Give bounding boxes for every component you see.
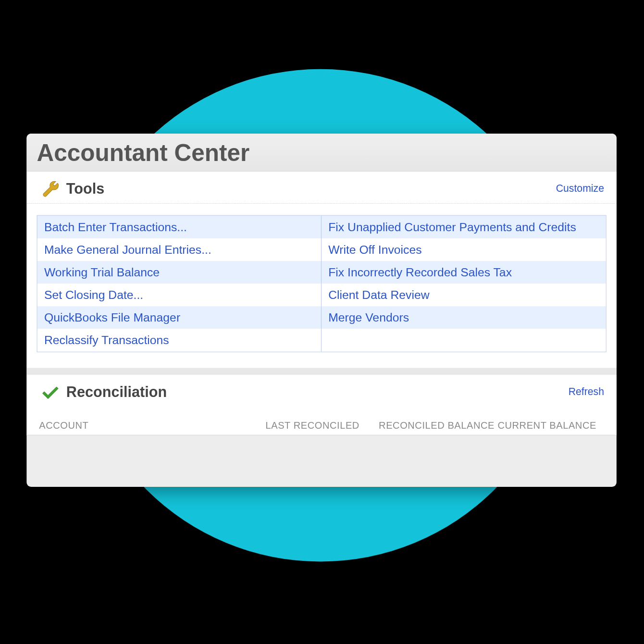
tools-panel-header: Tools Customize bbox=[26, 172, 616, 204]
wrench-icon bbox=[39, 177, 62, 200]
col-reconciled-balance: RECONCILED BALANCE bbox=[379, 420, 497, 432]
reconciliation-title: Reconciliation bbox=[66, 383, 167, 401]
tools-row: QuickBooks File Manager Merge Vendors bbox=[37, 306, 606, 329]
col-account: ACCOUNT bbox=[39, 420, 265, 432]
reconciliation-panel-header: Reconciliation Refresh bbox=[26, 375, 616, 407]
tools-row: Working Trial Balance Fix Incorrectly Re… bbox=[37, 261, 606, 284]
tool-file-manager[interactable]: QuickBooks File Manager bbox=[37, 306, 322, 329]
refresh-link[interactable]: Refresh bbox=[569, 386, 604, 398]
panel-separator bbox=[26, 368, 616, 375]
checkmark-icon bbox=[39, 381, 62, 403]
tool-make-journal-entries[interactable]: Make General Journal Entries... bbox=[37, 238, 322, 261]
tools-title: Tools bbox=[66, 180, 104, 198]
tools-row: Reclassify Transactions bbox=[37, 329, 606, 351]
tools-grid: Batch Enter Transactions... Fix Unapplie… bbox=[37, 215, 607, 352]
reconciliation-panel: Reconciliation Refresh ACCOUNT LAST RECO… bbox=[26, 375, 616, 435]
tools-body: Batch Enter Transactions... Fix Unapplie… bbox=[26, 204, 616, 368]
tool-set-closing-date[interactable]: Set Closing Date... bbox=[37, 284, 322, 306]
tool-write-off-invoices[interactable]: Write Off Invoices bbox=[322, 238, 606, 261]
tools-panel: Tools Customize Batch Enter Transactions… bbox=[26, 172, 616, 368]
tool-merge-vendors[interactable]: Merge Vendors bbox=[322, 306, 606, 329]
window-title: Accountant Center bbox=[26, 134, 616, 172]
accountant-center-window: Accountant Center Tools Customize bbox=[26, 134, 616, 487]
tool-empty-cell bbox=[322, 329, 606, 351]
tool-working-trial-balance[interactable]: Working Trial Balance bbox=[37, 261, 322, 284]
tool-client-data-review[interactable]: Client Data Review bbox=[322, 284, 606, 306]
customize-link[interactable]: Customize bbox=[556, 183, 604, 195]
reconciliation-column-headers: ACCOUNT LAST RECONCILED RECONCILED BALAN… bbox=[26, 407, 616, 435]
tools-row: Set Closing Date... Client Data Review bbox=[37, 284, 606, 306]
tools-row: Batch Enter Transactions... Fix Unapplie… bbox=[37, 216, 606, 238]
tool-batch-enter-transactions[interactable]: Batch Enter Transactions... bbox=[37, 216, 322, 238]
tool-fix-sales-tax[interactable]: Fix Incorrectly Recorded Sales Tax bbox=[322, 261, 606, 284]
tool-reclassify-transactions[interactable]: Reclassify Transactions bbox=[37, 329, 322, 351]
tools-row: Make General Journal Entries... Write Of… bbox=[37, 238, 606, 261]
tool-fix-unapplied-payments[interactable]: Fix Unapplied Customer Payments and Cred… bbox=[322, 216, 606, 238]
col-current-balance: CURRENT BALANCE bbox=[497, 420, 604, 432]
col-last-reconciled: LAST RECONCILED bbox=[265, 420, 379, 432]
